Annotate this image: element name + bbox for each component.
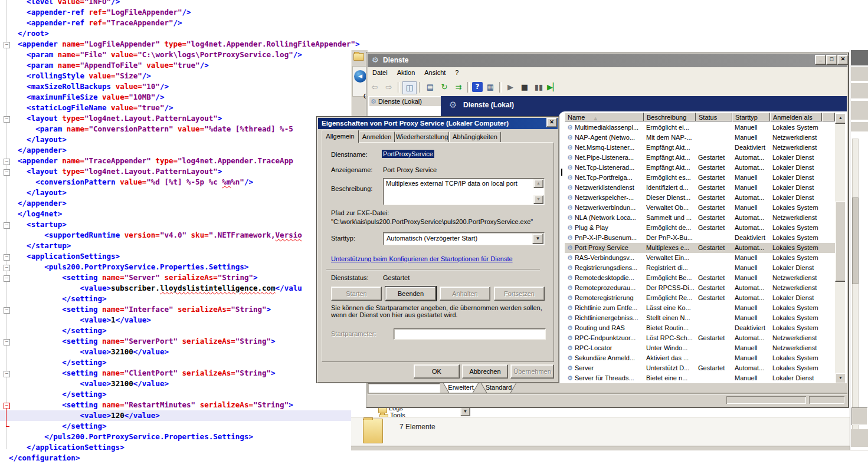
view-tab-erweitert[interactable]: Erweitert <box>443 383 479 393</box>
scroll-down-icon[interactable]: ▼ <box>835 373 845 383</box>
fold-marker[interactable]: – <box>4 265 10 271</box>
code-line[interactable]: </applicationSettings> <box>0 442 360 453</box>
table-row[interactable]: ⚙Netzwerkspeicher-...Dieser Dienst...Ges… <box>565 193 835 203</box>
table-row[interactable]: ⚙Remoteprozedurau...Der RPCSS-Di...Gesta… <box>565 283 835 293</box>
table-row[interactable]: ⚙PnP-X-IP-Busenum...Der PnP-X-Bu...Deakt… <box>565 233 835 243</box>
beenden-button[interactable]: Beenden <box>385 287 436 301</box>
code-line[interactable]: </setting> <box>0 389 360 400</box>
fold-marker[interactable]: – <box>4 169 10 176</box>
fold-marker[interactable]: – <box>4 339 10 345</box>
code-line[interactable]: </startup> <box>0 241 360 251</box>
minimize-button[interactable]: _ <box>815 55 826 65</box>
scrollbar-track[interactable] <box>852 139 859 435</box>
tab-wiederherstellung[interactable]: Wiederherstellung <box>395 131 449 142</box>
tab-allgemein[interactable]: Allgemein <box>322 130 359 143</box>
pause-service-icon[interactable]: ▮▮ <box>532 81 545 93</box>
table-row[interactable]: ⚙RAS-Verbindungsv...Verwaltet Ein...Manu… <box>565 253 835 263</box>
menu-?[interactable]: ? <box>450 67 463 76</box>
code-line[interactable]: </log4net> <box>0 209 360 219</box>
column-header-name[interactable]: Name▲ <box>565 113 644 121</box>
view-tab-standard[interactable]: Standard <box>481 383 516 393</box>
code-line[interactable]: <setting name="Server" serializeAs="Stri… <box>0 272 360 283</box>
table-row[interactable]: ⚙Plug & PlayErmöglicht de...GestartetAut… <box>565 223 835 233</box>
table-row[interactable]: ⚙RemoteregistrierungErmöglicht Re...Gest… <box>565 293 835 303</box>
fold-marker[interactable]: – <box>4 307 10 314</box>
table-row[interactable]: ⚙Net.Tcp-Portfreiga...Ermöglicht es...Ge… <box>565 173 835 183</box>
menu-ansicht[interactable]: Ansicht <box>420 67 450 76</box>
code-line[interactable]: <applicationSettings> <box>0 251 360 262</box>
tab-anmelden[interactable]: Anmelden <box>359 131 395 142</box>
table-row[interactable]: ⚙Remotedesktopdie...Ermöglicht Be...Gest… <box>565 273 835 283</box>
code-line[interactable]: </setting> <box>0 294 360 304</box>
fold-marker[interactable]: – <box>4 275 10 282</box>
table-row[interactable]: ⚙Richtlinie zum Entfe...Lässt eine Ko...… <box>565 303 835 313</box>
table-row[interactable]: ⚙Sekundäre Anmeld...Aktiviert das ...Man… <box>565 353 835 363</box>
code-line[interactable]: </configuration> <box>0 453 360 463</box>
code-line[interactable]: <value>subscriber.lloydslistintelligence… <box>0 283 360 294</box>
table-row[interactable]: ⚙ServerUnterstützt D...GestartetAutomat.… <box>565 363 835 373</box>
code-line[interactable]: <setting name="ServerPort" serializeAs="… <box>0 336 360 347</box>
code-line[interactable]: <supportedRuntime version="v4.0" sku=".N… <box>0 230 360 241</box>
column-header-beschreibung[interactable]: Beschreibung <box>644 113 696 121</box>
dialog-titlebar[interactable]: Eigenschaften von Port Proxy Service (Lo… <box>318 118 558 129</box>
scroll-down-icon[interactable]: ▼ <box>533 195 543 204</box>
code-line[interactable]: </root> <box>0 28 360 39</box>
column-header-anmelden-als[interactable]: Anmelden als <box>770 113 822 121</box>
services-titlebar[interactable]: ⚙ Dienste <box>368 54 847 67</box>
code-line[interactable]: <value>32100</value> <box>0 379 360 389</box>
code-line[interactable]: <level value="INFO"/> <box>0 0 360 7</box>
code-line[interactable]: <appender-ref ref="TraceAppender"/> <box>0 18 360 28</box>
code-line[interactable]: <param name="ConversionPattern" value="%… <box>0 124 360 134</box>
abbrechen-button[interactable]: Abbrechen <box>462 364 508 379</box>
code-line[interactable]: <value>120</value> <box>0 410 351 421</box>
code-line[interactable]: <puls200.PortProxyService.Properties.Set… <box>0 262 360 272</box>
code-line[interactable]: </appender> <box>0 145 360 156</box>
chevron-down-icon[interactable]: ▼ <box>532 233 543 244</box>
code-line[interactable]: <value>1</value> <box>0 315 360 325</box>
show-console-tree-icon[interactable]: ◫ <box>402 81 417 94</box>
table-row[interactable]: ⚙Port Proxy ServiceMultiplexes e...Gesta… <box>565 243 835 253</box>
code-area[interactable]: <level value="INFO"/> <appender-ref ref=… <box>0 0 360 463</box>
menu-aktion[interactable]: Aktion <box>392 67 420 76</box>
beschreibung-field[interactable]: Multiplexes external TCP/IP data on loca… <box>383 178 545 205</box>
code-line[interactable]: <appender name="LogFileAppender" type="l… <box>0 39 360 50</box>
code-line[interactable]: <appender-ref ref="LogFileAppender"/> <box>0 7 360 18</box>
properties-icon[interactable]: ▤ <box>424 81 437 93</box>
code-line[interactable]: <param name="File" value="C:\work\logs\P… <box>0 50 360 60</box>
back-icon[interactable]: ◀ <box>354 70 366 83</box>
code-line[interactable]: <layout type="log4net.Layout.PatternLayo… <box>0 113 360 124</box>
code-line[interactable]: <maxSizeRollBackups value="10"/> <box>0 81 360 92</box>
code-line[interactable]: <setting name="ClientPort" serializeAs="… <box>0 368 360 379</box>
startparameter-input[interactable] <box>394 328 546 340</box>
table-row[interactable]: ⚙RPC-Endpunktzuor...Löst RPC-Sch...Gesta… <box>565 333 835 343</box>
fold-marker[interactable]: – <box>4 222 10 229</box>
start-service-icon[interactable]: ▶ <box>504 81 517 93</box>
column-header-status[interactable]: Status <box>696 113 732 121</box>
table-row[interactable]: ⚙Net.Msmq-Listener...Empfängt Akt...Deak… <box>565 143 835 153</box>
fold-marker[interactable]: – <box>4 42 10 48</box>
fold-marker-red[interactable]: – <box>4 403 10 409</box>
starttyp-dropdown[interactable]: Automatisch (Verzögerter Start) ▼ <box>383 232 545 245</box>
code-line[interactable]: </setting> <box>0 357 360 368</box>
ok-button[interactable]: OK <box>414 364 460 379</box>
dropdown-arrow-icon[interactable]: ▼ <box>460 407 470 416</box>
code-line[interactable]: <rollingStyle value="Size"/> <box>0 71 360 81</box>
scroll-up-icon[interactable]: ▲ <box>533 179 543 188</box>
code-line[interactable]: </layout> <box>0 134 360 145</box>
show-window-icon[interactable]: ▦ <box>484 81 497 93</box>
code-line[interactable]: <appender name="TraceAppender" type="log… <box>0 156 360 166</box>
menu-datei[interactable]: Datei <box>368 67 392 76</box>
code-line[interactable]: <conversionPattern value="%d [%t] %-5p %… <box>0 177 360 187</box>
scrollbar-thumb[interactable] <box>835 201 845 282</box>
tree-item-dienste-lokal[interactable]: ⚙ Dienste (Lokal) <box>369 97 441 106</box>
code-line[interactable]: </setting> <box>0 325 360 336</box>
code-line[interactable]: <param name="AppendToFile" value="true"/… <box>0 60 360 71</box>
fold-marker[interactable]: – <box>4 159 10 165</box>
table-row[interactable]: ⚙NAP-Agent (Netwo...Mit dem NAP-...Manue… <box>565 133 835 143</box>
code-line[interactable]: </appender> <box>0 198 360 209</box>
table-row[interactable]: ⚙Routing und RASBietet Routin...Deaktivi… <box>565 323 835 333</box>
scroll-up-icon[interactable]: ▲ <box>835 113 845 124</box>
code-line[interactable]: <layout type="log4net.Layout.PatternLayo… <box>0 166 360 177</box>
refresh-icon[interactable]: ↻ <box>438 81 451 93</box>
table-row[interactable]: ⚙Multimediaklassenpl...Ermöglicht ei...M… <box>565 123 835 133</box>
